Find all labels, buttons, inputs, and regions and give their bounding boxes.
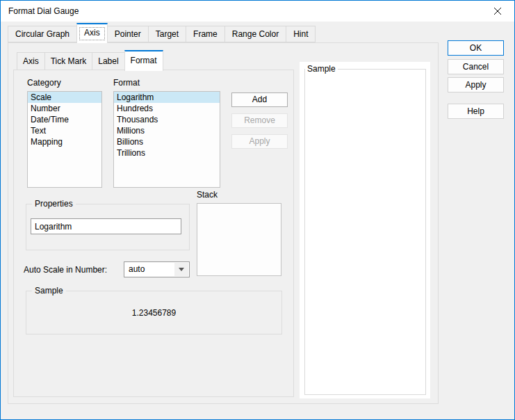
category-item-scale[interactable]: Scale <box>28 92 101 103</box>
format-item-logarithm[interactable]: Logarithm <box>114 92 220 103</box>
format-listbox[interactable]: LogarithmHundredsThousandsMillionsBillio… <box>113 91 220 188</box>
format-item-hundreds[interactable]: Hundreds <box>114 103 220 114</box>
sub-tab-tick-mark[interactable]: Tick Mark <box>44 52 93 70</box>
sample-value: 1.23456789 <box>26 308 281 318</box>
add-button[interactable]: Add <box>231 92 288 107</box>
auto-scale-label: Auto Scale in Number: <box>24 265 107 275</box>
stack-listbox[interactable] <box>197 203 281 276</box>
sub-tab-axis[interactable]: Axis <box>17 52 45 70</box>
main-tab-target[interactable]: Target <box>148 26 186 42</box>
auto-scale-combobox[interactable]: auto <box>124 261 190 277</box>
sample-legend: Sample <box>32 286 66 296</box>
category-item-text[interactable]: Text <box>28 125 101 136</box>
main-tab-pointer[interactable]: Pointer <box>107 26 149 42</box>
auto-scale-value: auto <box>129 262 145 277</box>
category-label: Category <box>27 78 61 88</box>
cancel-button[interactable]: Cancel <box>448 59 504 74</box>
preview-area <box>304 69 426 395</box>
dropdown-arrow-icon <box>174 263 188 276</box>
sample-groupbox: Sample 1.23456789 <box>26 291 282 334</box>
properties-value-input[interactable] <box>31 218 181 234</box>
category-item-mapping[interactable]: Mapping <box>28 136 101 147</box>
format-dial-gauge-dialog: Format Dial Gauge Circular GraphAxisPoin… <box>0 0 515 420</box>
close-icon <box>493 7 502 15</box>
help-button[interactable]: Help <box>448 104 504 119</box>
main-tab-hint[interactable]: Hint <box>286 26 316 42</box>
main-tab-strip: Circular GraphAxisPointerTargetFrameRang… <box>8 23 315 42</box>
main-tab-axis[interactable]: Axis <box>76 23 108 43</box>
sub-tab-strip: AxisTick MarkLabelFormat <box>17 50 163 70</box>
preview-legend: Sample <box>305 64 338 74</box>
category-item-date-time[interactable]: Date/Time <box>28 114 101 125</box>
apply-button[interactable]: Apply <box>448 77 504 92</box>
remove-button[interactable]: Remove <box>231 113 288 128</box>
main-tab-frame[interactable]: Frame <box>186 26 225 42</box>
category-item-number[interactable]: Number <box>28 103 101 114</box>
sub-tab-label[interactable]: Label <box>92 52 124 70</box>
preview-panel: Sample <box>300 62 430 398</box>
format-item-billions[interactable]: Billions <box>114 136 220 147</box>
format-item-thousands[interactable]: Thousands <box>114 114 220 125</box>
main-tab-circular-graph[interactable]: Circular Graph <box>8 26 77 42</box>
format-label: Format <box>113 78 140 88</box>
category-listbox[interactable]: ScaleNumberDate/TimeTextMapping <box>27 91 102 188</box>
stack-label: Stack <box>197 190 218 200</box>
window-title: Format Dial Gauge <box>8 1 79 22</box>
format-item-trillions[interactable]: Trillions <box>114 147 220 159</box>
apply-format-button[interactable]: Apply <box>231 134 288 149</box>
titlebar: Format Dial Gauge <box>1 1 514 22</box>
main-tab-range-color[interactable]: Range Color <box>224 26 286 42</box>
ok-button[interactable]: OK <box>448 40 504 56</box>
properties-legend: Properties <box>32 199 76 209</box>
format-item-millions[interactable]: Millions <box>114 125 220 136</box>
close-button[interactable] <box>485 1 510 21</box>
sub-tab-format[interactable]: Format <box>124 50 163 71</box>
